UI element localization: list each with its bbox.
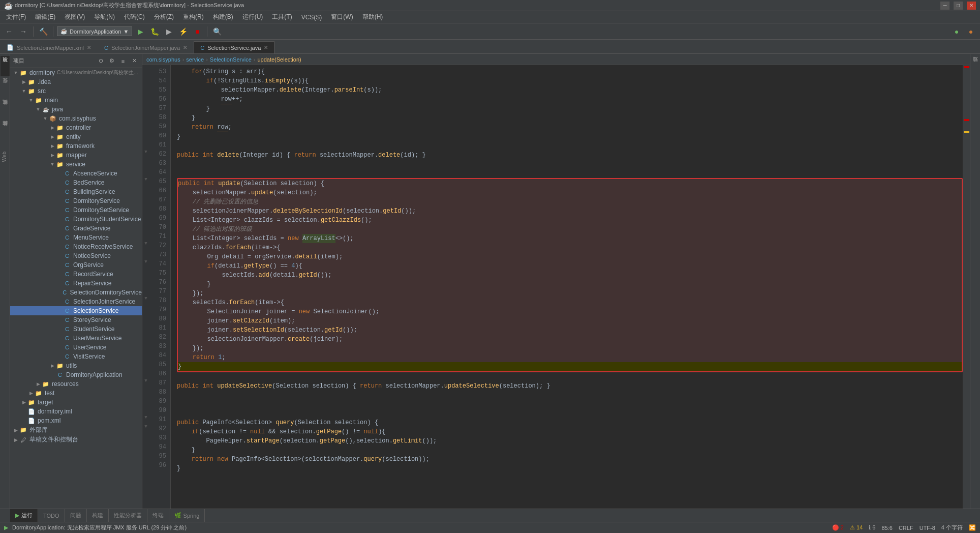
fold-63[interactable] [142, 157, 149, 166]
bottom-tab-terminal[interactable]: 终端 [147, 509, 169, 522]
sidebar-gear-btn[interactable]: ⚙ [107, 56, 116, 66]
tree-item-dormitory-app[interactable]: ▶ C DormitoryApplication [10, 370, 142, 379]
sidebar-expand-btn[interactable]: ≡ [118, 56, 128, 66]
tree-item-selection-dormitory-service[interactable]: ▶ C SelectionDormitoryService [10, 288, 142, 297]
search-button[interactable]: 🔍 [211, 25, 223, 38]
side-tab-notifications[interactable]: 通知 [971, 56, 980, 76]
fold-58[interactable] [142, 111, 149, 120]
tree-item-target[interactable]: ▶ 📁 target [10, 398, 142, 407]
tree-item-selection-service[interactable]: ▶ C SelectionService [10, 306, 142, 315]
fold-81[interactable] [142, 321, 149, 331]
fold-82[interactable] [142, 331, 149, 340]
tree-item-utils[interactable]: ▶ 📁 utils [10, 361, 142, 370]
side-tab-favorites[interactable]: 收藏夹 [1, 99, 10, 119]
fold-76[interactable] [142, 276, 149, 285]
fold-85[interactable] [142, 358, 149, 367]
forward-button[interactable]: → [17, 25, 29, 38]
fold-80[interactable] [142, 312, 149, 321]
tree-item-dormitory-service[interactable]: ▶ C DormitoryService [10, 196, 142, 205]
side-tab-web[interactable]: Web [1, 141, 10, 172]
tree-item-external-libs[interactable]: ▶ 📁 外部库 [10, 425, 142, 435]
tree-item-menu-service[interactable]: ▶ C MenuService [10, 233, 142, 242]
fold-75[interactable] [142, 266, 149, 276]
menu-navigate[interactable]: 导航(N) [90, 12, 119, 22]
bottom-tab-run[interactable]: ▶ 运行 [10, 509, 38, 522]
tab-mapper-java-close[interactable]: ✕ [183, 45, 187, 50]
run-config-selector[interactable]: ☕ DormitoryApplication ▼ [57, 26, 132, 36]
tree-item-dormitory-set-service[interactable]: ▶ C DormitorySetService [10, 205, 142, 215]
fold-55[interactable] [142, 83, 149, 93]
tab-service-java-close[interactable]: ✕ [264, 45, 268, 50]
minimize-button[interactable]: ─ [940, 2, 950, 10]
fold-96[interactable] [142, 459, 149, 468]
fold-72[interactable]: ▼ [142, 239, 149, 248]
tree-item-user-menu-service[interactable]: ▶ C UserMenuService [10, 334, 142, 343]
fold-90[interactable] [142, 404, 149, 413]
side-tab-build-variants[interactable]: 构建变体 [1, 120, 10, 140]
tree-item-notice-receive-service[interactable]: ▶ C NoticeReceiveService [10, 242, 142, 251]
fold-69[interactable] [142, 212, 149, 221]
bottom-tab-profiler[interactable]: 性能分析器 [109, 509, 147, 522]
tree-item-java[interactable]: ▼ ☕ java [10, 105, 142, 114]
window-controls[interactable]: ─ □ ✕ [940, 2, 976, 10]
fold-65[interactable]: ▼ [142, 175, 149, 184]
fold-66[interactable] [142, 184, 149, 193]
build-button[interactable]: 🔨 [37, 25, 49, 38]
bottom-tab-spring[interactable]: 🌿 Spring [169, 509, 205, 522]
menu-refactor[interactable]: 重构(R) [179, 12, 208, 22]
tree-item-user-service[interactable]: ▶ C UserService [10, 343, 142, 352]
tree-item-pom-xml[interactable]: ▶ 📄 pom.xml [10, 416, 142, 425]
tree-item-dormitory-iml[interactable]: ▶ 📄 dormitory.iml [10, 407, 142, 416]
maximize-button[interactable]: □ [954, 2, 963, 10]
tree-item-mapper[interactable]: ▶ 📁 mapper [10, 151, 142, 160]
tree-item-service[interactable]: ▼ 📁 service [10, 160, 142, 169]
fold-61[interactable] [142, 138, 149, 147]
profile-button[interactable]: ⚡ [177, 25, 189, 38]
menu-window[interactable]: 窗口(W) [327, 12, 357, 22]
tree-item-com-sisyphus[interactable]: ▼ 📦 com.sisyphus [10, 114, 142, 123]
debug-button[interactable]: 🐛 [148, 25, 161, 38]
fold-53[interactable] [142, 65, 149, 74]
menu-analyze[interactable]: 分析(Z) [150, 12, 178, 22]
tree-item-org-service[interactable]: ▶ C OrgService [10, 260, 142, 270]
fold-54[interactable] [142, 74, 149, 83]
coverage-button[interactable]: ▶ [163, 25, 175, 38]
tree-item-dormitory-student-service[interactable]: ▶ C DormitoryStudentService [10, 215, 142, 224]
fold-86[interactable] [142, 367, 149, 376]
fold-94[interactable] [142, 440, 149, 450]
bottom-tab-todo[interactable]: TODO [38, 509, 65, 522]
tree-item-framework[interactable]: ▶ 📁 framework [10, 141, 142, 151]
menu-code[interactable]: 代码(C) [120, 12, 149, 22]
sidebar-scope-btn[interactable]: ⊙ [96, 56, 105, 66]
tree-item-main[interactable]: ▼ 📁 main [10, 96, 142, 105]
fold-89[interactable] [142, 395, 149, 404]
stop-button[interactable]: ■ [191, 25, 203, 38]
tree-item-entity[interactable]: ▶ 📁 entity [10, 132, 142, 141]
bottom-tab-build[interactable]: 构建 [87, 509, 109, 522]
menu-vcs[interactable]: VCS(S) [297, 13, 326, 22]
tree-item-resources[interactable]: ▶ 📁 resources [10, 379, 142, 389]
menu-help[interactable]: 帮助(H) [358, 12, 387, 22]
close-button[interactable]: ✕ [967, 2, 976, 10]
tree-item-building-service[interactable]: ▶ C BuildingService [10, 187, 142, 196]
menu-build[interactable]: 构建(B) [209, 12, 237, 22]
tree-item-scratches[interactable]: ▶ 🖊 草稿文件和控制台 [10, 435, 142, 445]
fold-78[interactable]: ▼ [142, 294, 149, 303]
tab-xml-close[interactable]: ✕ [87, 45, 91, 50]
fold-70[interactable] [142, 221, 149, 230]
fold-59[interactable] [142, 120, 149, 129]
menu-view[interactable]: 视图(V) [60, 12, 89, 22]
fold-88[interactable] [142, 386, 149, 395]
fold-92[interactable]: ▼ [142, 422, 149, 431]
tree-item-bed-service[interactable]: ▶ C BedService [10, 178, 142, 187]
tree-item-grade-service[interactable]: ▶ C GradeService [10, 224, 142, 233]
tree-item-absence-service[interactable]: ▶ C AbsenceService [10, 169, 142, 178]
tree-item-controller[interactable]: ▶ 📁 controller [10, 123, 142, 132]
fold-74[interactable]: ▼ [142, 257, 149, 266]
tree-item-src[interactable]: ▼ 📁 src [10, 86, 142, 96]
fold-67[interactable] [142, 193, 149, 202]
fold-64[interactable] [142, 166, 149, 175]
side-tab-commit[interactable]: 提交 [1, 77, 10, 98]
tree-item-notice-service[interactable]: ▶ C NoticeService [10, 251, 142, 260]
tree-item-test[interactable]: ▶ 📁 test [10, 389, 142, 398]
